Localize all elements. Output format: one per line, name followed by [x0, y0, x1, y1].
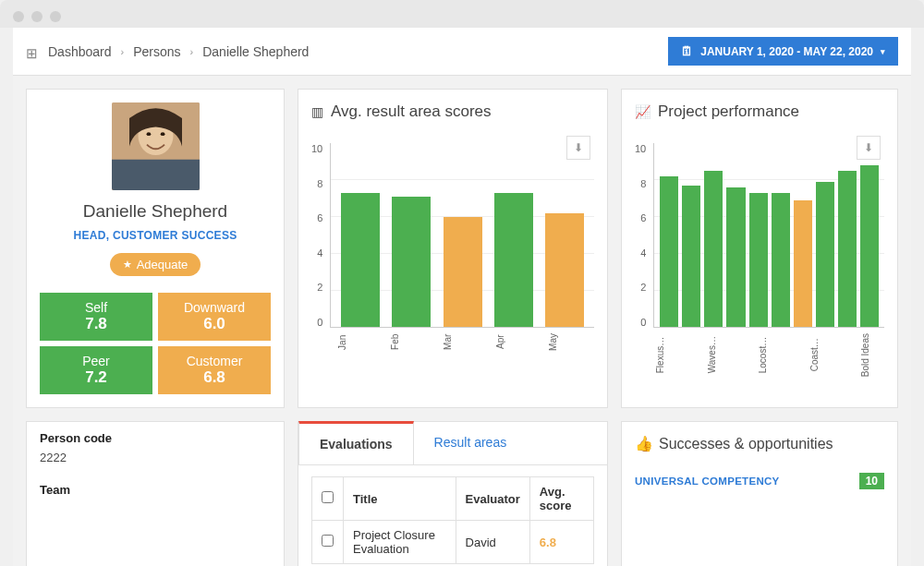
person-details-card: Person code 2222 Team: [26, 421, 285, 566]
chevron-down-icon: ▾: [881, 47, 885, 56]
table-header-row: Title Evaluator Avg. score: [312, 477, 594, 521]
bar: [749, 193, 768, 327]
profile-card: Danielle Shepherd HEAD, CUSTOMER SUCCESS…: [26, 89, 285, 408]
x-axis: Flexus…Waves…Locost…Coast…Bold Ideas: [653, 333, 884, 377]
x-label: [681, 333, 703, 377]
x-axis: JanFebMarAprMay: [330, 333, 594, 351]
bar: [494, 193, 533, 327]
competency-label: UNIVERSAL COMPETENCY: [635, 476, 780, 487]
date-range-label: JANUARY 1, 2020 - MAY 22, 2020: [700, 45, 873, 58]
bar: [660, 176, 678, 327]
svg-point-3: [160, 132, 164, 136]
chart-bars: [330, 143, 594, 328]
table-row[interactable]: Project Closure Evaluation David 6.8: [312, 521, 594, 564]
breadcrumb: Dashboard › Persons › Danielle Shepherd: [26, 44, 309, 59]
bar: [816, 182, 834, 327]
person-code-label: Person code: [40, 431, 271, 445]
y-axis: 1086420: [311, 143, 330, 328]
score-peer: Peer 7.2: [40, 346, 152, 394]
y-axis: 1086420: [635, 143, 653, 328]
successes-title: 👍 Successes & opportunities: [635, 435, 884, 452]
evaluations-table: Title Evaluator Avg. score Project Closu…: [311, 476, 594, 564]
project-performance-card: 📈 Project performance ⬇ 1086420 Flexus…W…: [621, 89, 898, 408]
x-label: Flexus…: [655, 333, 677, 377]
x-label: Coast…: [809, 333, 832, 377]
window-dot: [50, 11, 61, 22]
bar: [726, 187, 745, 327]
x-label: [733, 333, 755, 377]
x-label: Mar: [443, 333, 481, 351]
bar: [545, 213, 584, 327]
profile-name: Danielle Shepherd: [40, 201, 271, 222]
x-label: [835, 333, 857, 377]
team-label: Team: [40, 483, 271, 497]
x-label: Feb: [390, 333, 429, 351]
x-label: Apr: [495, 333, 534, 351]
tab-evaluations[interactable]: Evaluations: [298, 421, 414, 464]
bar: [772, 193, 790, 327]
chevron-right-icon: ›: [121, 46, 125, 57]
select-all-checkbox[interactable]: [322, 491, 334, 503]
bar: [838, 171, 857, 327]
avatar: [112, 102, 200, 190]
chart-bars: [653, 143, 884, 328]
cell-title: Project Closure Evaluation: [344, 521, 456, 564]
row-checkbox[interactable]: [322, 535, 334, 547]
col-evaluator: Evaluator: [456, 477, 529, 521]
cell-evaluator: David: [456, 521, 529, 564]
successes-card: 👍 Successes & opportunities UNIVERSAL CO…: [621, 421, 898, 566]
chart-title: ▥ Avg. result area scores: [311, 102, 594, 121]
window-dot: [13, 11, 24, 22]
x-label: Locost…: [758, 333, 780, 377]
dashboard-icon: [26, 45, 39, 58]
score-customer: Customer 6.8: [158, 346, 271, 394]
cell-avg: 6.8: [529, 521, 593, 564]
evaluations-card: Evaluations Result areas Title Evaluator…: [298, 421, 608, 566]
x-label: May: [548, 333, 587, 351]
person-code-value: 2222: [40, 451, 271, 464]
svg-point-2: [146, 132, 151, 136]
score-downward: Downward 6.0: [158, 293, 271, 341]
tab-result-areas[interactable]: Result areas: [414, 422, 528, 464]
window-dot: [31, 11, 43, 22]
avg-result-scores-card: ▥ Avg. result area scores ⬇ 1086420 JanF…: [298, 89, 608, 408]
bar: [704, 171, 723, 327]
svg-rect-4: [112, 160, 200, 190]
bar: [860, 165, 879, 327]
bar: [341, 193, 380, 327]
chevron-right-icon: ›: [190, 46, 194, 57]
star-icon: ★: [123, 259, 132, 271]
bar: [682, 186, 700, 327]
x-label: Jan: [337, 333, 376, 351]
bar: [392, 197, 431, 327]
score-self: Self 7.8: [40, 293, 152, 341]
col-title: Title: [344, 477, 456, 521]
date-range-button[interactable]: 🗓 JANUARY 1, 2020 - MAY 22, 2020 ▾: [668, 37, 898, 66]
topbar: Dashboard › Persons › Danielle Shepherd …: [13, 28, 911, 76]
breadcrumb-persons[interactable]: Persons: [133, 44, 180, 59]
x-label: [784, 333, 806, 377]
col-avg: Avg. score: [529, 477, 593, 521]
profile-role: HEAD, CUSTOMER SUCCESS: [40, 229, 271, 242]
tabs: Evaluations Result areas: [298, 422, 607, 465]
bar: [794, 200, 812, 327]
line-chart-icon: 📈: [635, 104, 650, 119]
breadcrumb-leaf: Danielle Shepherd: [202, 44, 309, 59]
competency-row[interactable]: UNIVERSAL COMPETENCY 10: [635, 473, 884, 489]
calendar-icon: 🗓: [681, 44, 693, 58]
bar: [444, 217, 482, 327]
thumbs-up-icon: 👍: [635, 435, 653, 452]
x-label: Waves…: [707, 333, 729, 377]
breadcrumb-root[interactable]: Dashboard: [48, 44, 112, 59]
bar-chart-icon: ▥: [311, 104, 323, 119]
chart-title: 📈 Project performance: [635, 102, 884, 121]
browser-chrome: [0, 0, 924, 28]
rating-badge-label: Adequate: [137, 258, 188, 271]
rating-badge: ★ Adequate: [110, 253, 201, 276]
competency-count-badge: 10: [859, 473, 884, 489]
x-label: Bold Ideas: [860, 333, 882, 377]
